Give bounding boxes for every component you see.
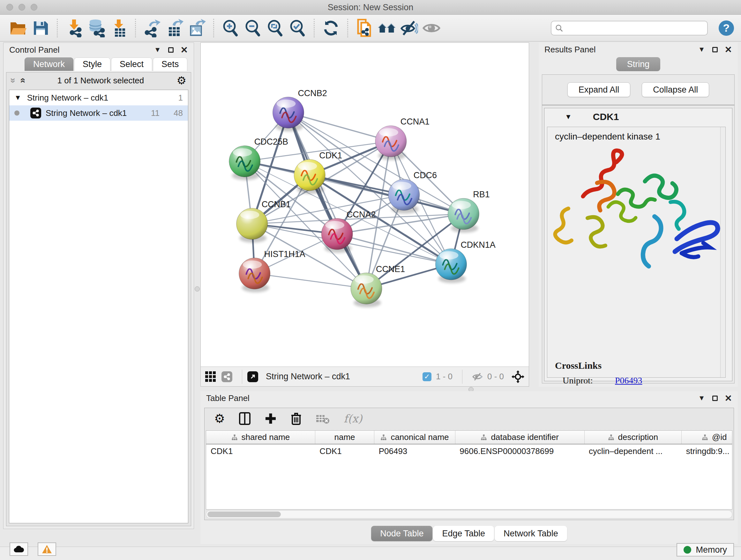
node-label: CCNA2 xyxy=(347,210,376,219)
tab-style[interactable]: Style xyxy=(74,57,111,71)
column-header-description[interactable]: description xyxy=(584,431,682,444)
hidden-eye-icon xyxy=(472,372,483,381)
network-view-title: String Network – cdk1 xyxy=(266,372,350,381)
network-collection-row[interactable]: ▼ String Network – cdk1 1 xyxy=(9,90,188,105)
column-header-shared-name[interactable]: shared name xyxy=(206,431,315,444)
network-node-ccnb1[interactable]: CCNB1 xyxy=(237,199,291,243)
scrollbar-thumb[interactable] xyxy=(207,511,281,517)
delete-column-trash-icon[interactable] xyxy=(291,412,301,425)
expand-all-networks-icon[interactable]: » xyxy=(17,78,27,83)
zoom-fit-icon[interactable] xyxy=(266,18,284,38)
panel-close-icon[interactable]: ✕ xyxy=(181,45,188,55)
network-view: CCNB2CCNA1CDC25BCDK1CDC6RB1CCNB1CCNA2CDK… xyxy=(200,43,529,387)
tab-edge-table[interactable]: Edge Table xyxy=(433,526,494,541)
node-label: CCNB1 xyxy=(262,199,291,209)
table-row[interactable]: CDK1 CDK1 P06493 9606.ENSP00000378699 cy… xyxy=(206,444,732,458)
table-panel: Table Panel ▼ ✕ ⚙ f(x) shared name name … xyxy=(200,391,738,544)
section-expand-icon[interactable]: ▼ xyxy=(565,113,572,121)
create-column-plus-icon[interactable] xyxy=(265,413,277,425)
status-bar: Memory xyxy=(0,547,741,560)
save-session-icon[interactable] xyxy=(31,18,50,38)
collapse-all-button[interactable]: Collapse All xyxy=(642,82,709,97)
string-view-icon[interactable] xyxy=(221,371,232,382)
crosslink-row: Uniprot: P06493 xyxy=(555,375,706,386)
network-node-cdk1[interactable]: CDK1 xyxy=(294,151,342,194)
import-network-file-icon[interactable] xyxy=(65,18,83,38)
network-node-cdkn1a[interactable]: CDKN1A xyxy=(435,240,495,283)
refresh-icon[interactable] xyxy=(322,18,340,38)
selected-indicator-checkbox[interactable]: ✓ xyxy=(422,372,431,381)
homes-icon[interactable] xyxy=(378,18,396,38)
network-node-cdc25b[interactable]: CDC25B xyxy=(229,137,288,180)
help-button[interactable]: ? xyxy=(719,20,734,36)
tab-sets[interactable]: Sets xyxy=(153,57,187,71)
network-canvas[interactable]: CCNB2CCNA1CDC25BCDK1CDC6RB1CCNB1CCNA2CDK… xyxy=(201,43,529,367)
tab-network-table[interactable]: Network Table xyxy=(495,526,567,541)
panel-menu-icon[interactable]: ▼ xyxy=(698,394,705,402)
export-table-icon[interactable] xyxy=(165,18,184,38)
panel-menu-icon[interactable]: ▼ xyxy=(154,46,161,54)
grid-view-icon[interactable] xyxy=(205,371,216,382)
toolbar-search[interactable] xyxy=(551,21,708,36)
tab-node-table[interactable]: Node Table xyxy=(371,526,432,541)
column-header-database-identifier[interactable]: database identifier xyxy=(455,431,584,444)
detach-view-icon[interactable] xyxy=(247,371,258,382)
network-node-cdc6[interactable]: CDC6 xyxy=(388,171,437,213)
table-options-gear-icon[interactable]: ⚙ xyxy=(214,412,225,426)
zoom-selected-icon[interactable] xyxy=(288,18,307,38)
panel-float-icon[interactable] xyxy=(712,47,718,52)
control-panel: Control Panel ▼ ✕ Network Style Select S… xyxy=(3,43,194,529)
panel-float-icon[interactable] xyxy=(168,47,174,53)
search-input[interactable] xyxy=(566,23,703,33)
cloud-icon xyxy=(13,545,24,553)
cloud-status-button[interactable] xyxy=(10,543,28,556)
panel-menu-icon[interactable]: ▼ xyxy=(698,45,705,54)
column-type-icon xyxy=(608,434,614,441)
table-horizontal-scrollbar[interactable] xyxy=(206,510,732,518)
open-session-icon[interactable] xyxy=(9,18,27,38)
column-header-name[interactable]: name xyxy=(315,431,374,444)
clone-network-icon[interactable] xyxy=(355,18,374,38)
edge-count: 48 xyxy=(174,108,183,118)
network-node-ccnb2[interactable]: CCNB2 xyxy=(273,88,327,132)
column-header-id[interactable]: @id xyxy=(682,431,732,444)
main-toolbar: ? xyxy=(0,15,741,42)
zoom-in-icon[interactable] xyxy=(221,18,240,38)
warnings-button[interactable] xyxy=(38,543,56,556)
tab-select[interactable]: Select xyxy=(111,57,152,71)
protein-section-header[interactable]: ▼ CDK1 xyxy=(544,108,732,125)
column-type-icon xyxy=(381,434,387,441)
show-columns-icon[interactable] xyxy=(239,412,251,425)
network-node-hist1h1a[interactable]: HIST1H1A xyxy=(239,249,306,293)
show-eye-icon[interactable] xyxy=(422,18,441,38)
column-header-canonical-name[interactable]: canonical name xyxy=(374,431,455,444)
panel-float-icon[interactable] xyxy=(712,395,718,401)
import-table-file-icon[interactable] xyxy=(110,18,128,38)
birds-eye-crosshair-icon[interactable] xyxy=(512,370,524,383)
import-network-database-icon[interactable] xyxy=(87,18,106,38)
node-label: HIST1H1A xyxy=(264,249,306,259)
memory-button[interactable]: Memory xyxy=(677,543,734,557)
export-image-icon[interactable] xyxy=(188,18,206,38)
panel-close-icon[interactable]: ✕ xyxy=(725,393,732,403)
panel-close-icon[interactable]: ✕ xyxy=(725,44,732,55)
network-options-gear-icon[interactable]: ⚙ xyxy=(177,74,186,87)
uniprot-link[interactable]: P06493 xyxy=(615,375,643,386)
delete-table-icon[interactable] xyxy=(316,413,330,424)
memory-label: Memory xyxy=(696,545,727,555)
vertical-splitter-handle-left[interactable] xyxy=(195,287,200,292)
collection-expand-icon[interactable]: ▼ xyxy=(14,94,21,102)
tab-string-results[interactable]: String xyxy=(616,57,661,71)
network-row[interactable]: String Network – cdk1 11 48 xyxy=(9,105,188,121)
results-scrollbar[interactable] xyxy=(720,127,725,377)
tab-network[interactable]: Network xyxy=(24,57,73,71)
network-node-rb1[interactable]: RB1 xyxy=(448,190,489,233)
node-label: CCNE1 xyxy=(376,264,405,274)
network-node-ccna1[interactable]: CCNA1 xyxy=(375,117,429,160)
zoom-out-icon[interactable] xyxy=(244,18,262,38)
hide-panels-eye-icon[interactable] xyxy=(400,18,418,38)
node-label: CDC25B xyxy=(254,137,288,146)
function-builder-icon[interactable]: f(x) xyxy=(344,412,362,425)
export-network-icon[interactable] xyxy=(143,18,161,38)
expand-all-button[interactable]: Expand All xyxy=(567,82,630,97)
